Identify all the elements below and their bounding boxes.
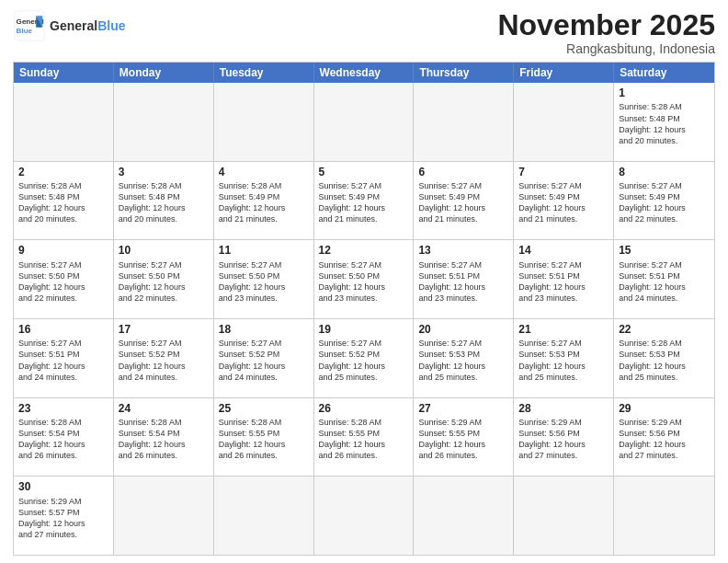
title-block: November 2025 Rangkasbitung, Indonesia [497, 9, 715, 56]
cal-cell [614, 477, 714, 555]
day-info: Sunrise: 5:27 AM Sunset: 5:51 PM Dayligh… [418, 259, 508, 304]
day-info: Sunrise: 5:27 AM Sunset: 5:49 PM Dayligh… [619, 180, 710, 225]
day-info: Sunrise: 5:29 AM Sunset: 5:56 PM Dayligh… [518, 417, 609, 462]
day-info: Sunrise: 5:27 AM Sunset: 5:51 PM Dayligh… [18, 338, 108, 383]
calendar-header: SundayMondayTuesdayWednesdayThursdayFrid… [14, 63, 714, 83]
day-number: 13 [418, 243, 508, 258]
day-number: 24 [119, 401, 209, 416]
cal-header-cell-sunday: Sunday [14, 63, 114, 83]
cal-cell: 8Sunrise: 5:27 AM Sunset: 5:49 PM Daylig… [614, 162, 714, 240]
day-info: Sunrise: 5:27 AM Sunset: 5:49 PM Dayligh… [418, 180, 508, 225]
day-number: 16 [18, 322, 108, 337]
day-number: 29 [619, 401, 710, 416]
cal-cell [214, 477, 314, 555]
subtitle: Rangkasbitung, Indonesia [497, 41, 715, 56]
cal-cell: 7Sunrise: 5:27 AM Sunset: 5:49 PM Daylig… [514, 162, 614, 240]
logo-text: GeneralBlue [50, 18, 125, 33]
cal-header-cell-saturday: Saturday [614, 63, 714, 83]
cal-cell [514, 477, 614, 555]
calendar: SundayMondayTuesdayWednesdayThursdayFrid… [13, 62, 715, 556]
day-number: 23 [18, 401, 108, 416]
day-number: 15 [619, 243, 710, 258]
cal-cell: 20Sunrise: 5:27 AM Sunset: 5:53 PM Dayli… [414, 319, 514, 397]
cal-cell [314, 83, 415, 161]
day-info: Sunrise: 5:27 AM Sunset: 5:51 PM Dayligh… [619, 259, 710, 304]
day-number: 30 [18, 479, 108, 494]
cal-cell: 14Sunrise: 5:27 AM Sunset: 5:51 PM Dayli… [514, 240, 614, 318]
day-number: 6 [418, 165, 508, 179]
cal-cell [314, 477, 415, 555]
day-info: Sunrise: 5:27 AM Sunset: 5:52 PM Dayligh… [219, 338, 309, 383]
day-info: Sunrise: 5:28 AM Sunset: 5:55 PM Dayligh… [219, 417, 309, 462]
cal-cell: 30Sunrise: 5:29 AM Sunset: 5:57 PM Dayli… [14, 477, 114, 555]
day-number: 28 [518, 401, 609, 416]
day-number: 5 [319, 165, 409, 179]
day-info: Sunrise: 5:28 AM Sunset: 5:48 PM Dayligh… [18, 180, 108, 225]
cal-header-cell-friday: Friday [514, 63, 614, 83]
cal-cell: 4Sunrise: 5:28 AM Sunset: 5:49 PM Daylig… [214, 162, 314, 240]
day-number: 19 [319, 322, 409, 337]
day-info: Sunrise: 5:27 AM Sunset: 5:50 PM Dayligh… [18, 259, 108, 304]
cal-cell: 22Sunrise: 5:28 AM Sunset: 5:53 PM Dayli… [614, 319, 714, 397]
cal-cell [514, 83, 614, 161]
day-number: 2 [18, 165, 108, 179]
cal-cell: 3Sunrise: 5:28 AM Sunset: 5:48 PM Daylig… [114, 162, 214, 240]
day-info: Sunrise: 5:28 AM Sunset: 5:48 PM Dayligh… [119, 180, 209, 225]
cal-cell: 18Sunrise: 5:27 AM Sunset: 5:52 PM Dayli… [214, 319, 314, 397]
header: General Blue GeneralBlue November 2025 R… [13, 9, 715, 56]
day-info: Sunrise: 5:29 AM Sunset: 5:55 PM Dayligh… [418, 417, 508, 462]
day-number: 26 [319, 401, 409, 416]
cal-cell: 13Sunrise: 5:27 AM Sunset: 5:51 PM Dayli… [414, 240, 514, 318]
cal-cell: 28Sunrise: 5:29 AM Sunset: 5:56 PM Dayli… [514, 398, 614, 477]
cal-cell: 10Sunrise: 5:27 AM Sunset: 5:50 PM Dayli… [114, 240, 214, 318]
month-title: November 2025 [497, 9, 715, 41]
day-info: Sunrise: 5:27 AM Sunset: 5:49 PM Dayligh… [518, 180, 609, 225]
cal-cell: 27Sunrise: 5:29 AM Sunset: 5:55 PM Dayli… [414, 398, 514, 477]
day-info: Sunrise: 5:28 AM Sunset: 5:48 PM Dayligh… [619, 101, 710, 146]
day-info: Sunrise: 5:28 AM Sunset: 5:49 PM Dayligh… [219, 180, 309, 225]
day-number: 1 [619, 86, 710, 100]
cal-cell [114, 477, 214, 555]
cal-header-cell-wednesday: Wednesday [314, 63, 415, 83]
day-info: Sunrise: 5:27 AM Sunset: 5:50 PM Dayligh… [119, 259, 209, 304]
day-info: Sunrise: 5:29 AM Sunset: 5:56 PM Dayligh… [619, 417, 710, 462]
day-number: 17 [119, 322, 209, 337]
day-info: Sunrise: 5:27 AM Sunset: 5:52 PM Dayligh… [319, 338, 409, 383]
cal-cell: 21Sunrise: 5:27 AM Sunset: 5:53 PM Dayli… [514, 319, 614, 397]
day-number: 7 [518, 165, 609, 179]
day-info: Sunrise: 5:28 AM Sunset: 5:54 PM Dayligh… [119, 417, 209, 462]
calendar-body: 1Sunrise: 5:28 AM Sunset: 5:48 PM Daylig… [14, 83, 714, 555]
cal-cell [114, 83, 214, 161]
cal-cell: 16Sunrise: 5:27 AM Sunset: 5:51 PM Dayli… [14, 319, 114, 397]
cal-cell: 26Sunrise: 5:28 AM Sunset: 5:55 PM Dayli… [314, 398, 415, 477]
day-info: Sunrise: 5:27 AM Sunset: 5:52 PM Dayligh… [119, 338, 209, 383]
cal-cell: 17Sunrise: 5:27 AM Sunset: 5:52 PM Dayli… [114, 319, 214, 397]
day-number: 21 [518, 322, 609, 337]
cal-cell: 23Sunrise: 5:28 AM Sunset: 5:54 PM Dayli… [14, 398, 114, 477]
cal-cell [414, 477, 514, 555]
cal-row-4: 23Sunrise: 5:28 AM Sunset: 5:54 PM Dayli… [14, 397, 714, 477]
day-number: 10 [119, 243, 209, 258]
day-number: 4 [219, 165, 309, 179]
cal-header-cell-tuesday: Tuesday [214, 63, 314, 83]
day-number: 22 [619, 322, 710, 337]
cal-cell [214, 83, 314, 161]
day-info: Sunrise: 5:27 AM Sunset: 5:53 PM Dayligh… [518, 338, 609, 383]
cal-cell: 19Sunrise: 5:27 AM Sunset: 5:52 PM Dayli… [314, 319, 415, 397]
cal-row-2: 9Sunrise: 5:27 AM Sunset: 5:50 PM Daylig… [14, 239, 714, 318]
svg-text:Blue: Blue [17, 27, 33, 35]
day-number: 8 [619, 165, 710, 179]
cal-header-cell-monday: Monday [114, 63, 214, 83]
day-number: 20 [418, 322, 508, 337]
cal-row-3: 16Sunrise: 5:27 AM Sunset: 5:51 PM Dayli… [14, 318, 714, 397]
cal-row-1: 2Sunrise: 5:28 AM Sunset: 5:48 PM Daylig… [14, 161, 714, 240]
cal-row-5: 30Sunrise: 5:29 AM Sunset: 5:57 PM Dayli… [14, 476, 714, 555]
day-info: Sunrise: 5:28 AM Sunset: 5:53 PM Dayligh… [619, 338, 710, 383]
day-info: Sunrise: 5:27 AM Sunset: 5:50 PM Dayligh… [219, 259, 309, 304]
day-number: 11 [219, 243, 309, 258]
cal-cell: 1Sunrise: 5:28 AM Sunset: 5:48 PM Daylig… [614, 83, 714, 161]
logo-blue: Blue [97, 18, 125, 33]
cal-cell: 24Sunrise: 5:28 AM Sunset: 5:54 PM Dayli… [114, 398, 214, 477]
logo-general: General [50, 18, 97, 33]
day-number: 18 [219, 322, 309, 337]
